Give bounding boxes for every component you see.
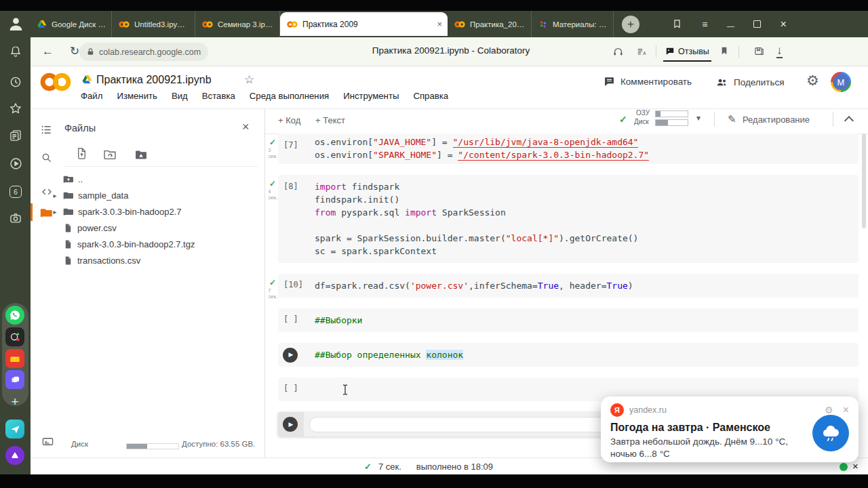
expand-arrow-icon[interactable]: ▸ <box>51 192 59 199</box>
collapse-chevron-icon[interactable] <box>844 116 854 125</box>
editing-mode-button[interactable]: Редактирование <box>743 115 810 125</box>
code-cell[interactable]: ✓7 сек.[10]df=spark.read.csv('power.csv'… <box>278 274 859 298</box>
cell-execution-badge[interactable]: [ ] <box>283 384 298 393</box>
upload-file-icon[interactable] <box>75 147 88 160</box>
feedback-button[interactable]: Отзывы <box>663 43 711 62</box>
tab-counter-badge[interactable]: 6 <box>7 183 24 201</box>
notifications-bell-icon[interactable] <box>7 43 24 60</box>
run-cell-button[interactable]: ▶ <box>283 348 298 363</box>
menu-item[interactable]: Файл <box>81 91 102 101</box>
collections-icon[interactable] <box>753 45 765 57</box>
code-cell[interactable]: ✓0 сек.[7]os.environ["JAVA_HOME"] = "/us… <box>278 134 859 164</box>
yandex-mail-icon[interactable] <box>5 349 24 368</box>
new-tab-button[interactable]: + <box>622 16 639 33</box>
notifications-close-icon[interactable]: × <box>852 460 859 472</box>
menu-item[interactable]: Инструменты <box>343 91 399 101</box>
code-line[interactable]: import findspark <box>278 180 859 193</box>
cell-execution-badge[interactable]: [ ] <box>283 314 298 324</box>
code-line[interactable]: from pyspark.sql import SparkSession <box>278 206 859 219</box>
star-notebook-icon[interactable]: ☆ <box>244 73 254 87</box>
ram-meter[interactable] <box>655 110 688 117</box>
terminal-icon[interactable] <box>41 435 54 448</box>
disk-meter[interactable] <box>655 119 688 126</box>
bookmarks-star-icon[interactable] <box>7 100 24 117</box>
file-tree-row[interactable]: spark-3.0.3-bin-hadoop2.7.tgz <box>31 236 264 252</box>
browser-tab[interactable]: Практика 2009× <box>280 12 448 36</box>
colab-logo[interactable] <box>39 70 72 94</box>
articles-feed-icon[interactable] <box>7 127 24 144</box>
address-bar[interactable]: colab.research.google.com <box>79 43 208 61</box>
popup-settings-icon[interactable]: ⚙ <box>825 405 833 415</box>
code-cell[interactable]: ✓4 сек.[8]import findsparkfindspark.init… <box>278 175 859 263</box>
back-icon[interactable]: ← <box>42 45 54 57</box>
minimize-icon[interactable]: — <box>727 22 734 30</box>
tab-close-icon[interactable]: × <box>437 19 442 29</box>
search-icon[interactable] <box>41 152 53 164</box>
browser-tab[interactable]: Семинар 3.ipynb <box>195 11 280 37</box>
cell-execution-badge[interactable]: [8] <box>283 182 298 191</box>
code-line[interactable]: os.environ["JAVA_HOME"] = "/usr/lib/jvm/… <box>278 136 859 148</box>
notebook-title[interactable]: Практика 200921.ipynb <box>96 74 212 86</box>
notebook-scrollbar[interactable] <box>862 134 866 228</box>
settings-gear-icon[interactable]: ⚙ <box>806 73 819 89</box>
resources-caret-icon[interactable]: ▾ <box>696 113 701 123</box>
profile-avatar-icon[interactable] <box>7 15 24 33</box>
account-avatar[interactable]: M <box>831 72 851 92</box>
headphones-icon[interactable] <box>612 46 624 58</box>
restore-window-icon[interactable] <box>753 20 761 28</box>
file-tree-row[interactable]: ▸sample_data <box>31 187 264 203</box>
menu-item[interactable]: Изменить <box>117 91 157 101</box>
browser-tab[interactable]: Google Диск – об <box>31 11 112 37</box>
file-tree-row[interactable]: power.csv <box>31 220 264 236</box>
add-text-button[interactable]: + Текст <box>315 115 345 125</box>
close-window-icon[interactable]: × <box>781 19 787 30</box>
browser-tab[interactable]: Untitled3.ipynb - C <box>112 11 195 37</box>
messenger-plane-icon[interactable] <box>5 420 24 439</box>
reader-mode-icon[interactable]: A <box>636 46 648 58</box>
reload-icon[interactable]: ↻ <box>70 45 79 57</box>
menu-item[interactable]: Вставка <box>202 91 235 101</box>
menu-item[interactable]: Вид <box>172 91 188 101</box>
code-line[interactable]: spark = SparkSession.builder.master("loc… <box>278 232 859 245</box>
file-tree-row[interactable]: ▸spark-3.0.3-bin-hadoop2.7 <box>31 203 264 220</box>
side-panel-icon[interactable] <box>671 18 683 30</box>
screenshot-camera-icon[interactable] <box>7 209 24 227</box>
add-code-button[interactable]: + Код <box>278 115 300 125</box>
code-line[interactable]: ##Выбор определенных колонок <box>278 348 859 361</box>
mount-drive-icon[interactable] <box>134 148 148 161</box>
share-button[interactable]: Поделиться <box>715 76 785 89</box>
code-line[interactable]: df=spark.read.csv('power.csv',inferSchem… <box>278 279 859 292</box>
notification-popup[interactable]: Я yandex.ru ⚙ × Погода на завтра · Рамен… <box>601 396 859 462</box>
close-files-panel-icon[interactable]: × <box>242 120 250 134</box>
run-cell-button[interactable]: ▶ <box>283 417 298 432</box>
refresh-folder-icon[interactable] <box>103 148 117 161</box>
code-cell[interactable]: ▶##Выбор определенных колонок <box>278 343 859 367</box>
popup-close-icon[interactable]: × <box>843 404 849 416</box>
purple-app-icon[interactable] <box>5 370 24 389</box>
video-play-icon[interactable] <box>7 155 24 172</box>
menu-item[interactable]: Справка <box>413 91 448 101</box>
code-line[interactable] <box>278 219 859 232</box>
code-cell[interactable]: [ ]##Выборки <box>278 308 859 332</box>
code-line[interactable]: sc = spark.sparkContext <box>278 245 859 258</box>
cell-execution-badge[interactable]: [10] <box>283 280 303 289</box>
comment-button[interactable]: Комментировать <box>604 76 692 87</box>
code-line[interactable]: os.environ["SPARK_HOME"] = "/content/spa… <box>278 148 859 161</box>
menu-item[interactable]: Среда выполнения <box>250 91 329 101</box>
file-tree-row[interactable]: transactions.csv <box>31 252 264 268</box>
cell-execution-badge[interactable]: [7] <box>283 140 298 150</box>
download-icon[interactable]: ↓ <box>776 45 783 58</box>
bookmark-icon[interactable] <box>719 45 730 56</box>
expand-arrow-icon[interactable]: ▸ <box>51 208 59 216</box>
browser-tab[interactable]: Материалы: Мате <box>532 11 614 37</box>
file-tree-row[interactable]: .. <box>31 171 264 187</box>
table-of-contents-icon[interactable] <box>40 123 53 136</box>
browser-menu-icon[interactable]: ≡ <box>702 20 707 29</box>
code-line[interactable]: ##Выборки <box>278 314 859 327</box>
browser-tab[interactable]: Практика_200921 <box>448 11 532 37</box>
code-line[interactable] <box>278 383 859 396</box>
history-clock-icon[interactable] <box>7 73 24 91</box>
whatsapp-icon[interactable] <box>5 306 24 325</box>
recorder-app-icon[interactable] <box>5 327 24 346</box>
alice-assistant-icon[interactable] <box>5 446 24 465</box>
